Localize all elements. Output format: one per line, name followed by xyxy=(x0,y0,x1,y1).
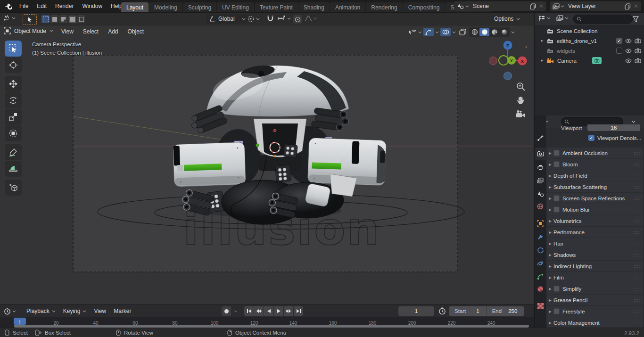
properties-tab-constraints[interactable] xyxy=(535,271,546,283)
sidebar-collapse-icon[interactable]: ‹ xyxy=(525,43,527,50)
viewport-denoising-row[interactable]: ✓ Viewport Denois... xyxy=(588,135,641,141)
viewport-menu-add[interactable]: Add xyxy=(103,25,123,38)
drag-grip-icon[interactable]: :::: xyxy=(634,287,640,291)
drag-grip-icon[interactable]: :::: xyxy=(634,219,640,223)
snap-toggle[interactable] xyxy=(267,15,274,22)
properties-options-chevron-icon[interactable] xyxy=(632,121,636,123)
tool-measure[interactable] xyxy=(5,161,22,177)
panel-motion-blur[interactable]: ►Motion Blur:::: xyxy=(547,204,643,215)
xray-toggle[interactable] xyxy=(457,28,468,36)
show-overlays-dropdown[interactable] xyxy=(440,28,456,36)
panel-shadows[interactable]: ►Shadows:::: xyxy=(547,249,643,260)
properties-tab-world[interactable] xyxy=(535,200,546,213)
drag-grip-icon[interactable]: :::: xyxy=(634,173,640,178)
viewport-menu-select[interactable]: Select xyxy=(78,25,103,38)
drag-grip-icon[interactable]: :::: xyxy=(634,207,640,212)
select-mode-set[interactable] xyxy=(41,15,50,23)
play-reverse-button[interactable] xyxy=(264,306,273,316)
workspace-tab-texture-paint[interactable]: Texture Paint xyxy=(255,2,298,12)
proportional-editing-toggle[interactable] xyxy=(293,15,302,24)
outliner-row-scene-collection[interactable]: Scene Collection xyxy=(535,26,644,36)
tool-rotate[interactable] xyxy=(5,92,22,108)
disable-render-camera-icon[interactable] xyxy=(635,58,641,63)
shading-wireframe-button[interactable] xyxy=(470,28,479,36)
shading-solid-button[interactable] xyxy=(479,28,489,36)
viewport-3d[interactable]: illusion xyxy=(0,37,534,304)
drag-grip-icon[interactable]: :::: xyxy=(634,185,640,189)
workspace-tab-uv-editing[interactable]: UV Editing xyxy=(217,2,254,12)
start-frame-field[interactable]: 1 xyxy=(476,308,479,314)
viewport-menu-view[interactable]: View xyxy=(57,25,78,38)
properties-tab-physics[interactable] xyxy=(535,257,546,270)
viewport-menu-object[interactable]: Object xyxy=(123,25,149,38)
drag-grip-icon[interactable]: :::: xyxy=(634,162,640,167)
new-view-layer-icon[interactable] xyxy=(625,3,631,9)
timeline-menu-view[interactable]: View xyxy=(90,305,110,317)
workspace-tab-rendering[interactable]: Rendering xyxy=(366,2,402,12)
timeline-menu-playback[interactable]: Playback xyxy=(23,305,59,317)
expand-icon[interactable]: ► xyxy=(540,39,544,43)
select-mode-invert[interactable] xyxy=(68,15,76,23)
workspace-tab-sculpting[interactable]: Sculpting xyxy=(183,2,216,12)
outliner-row-ediths-drone[interactable]: ► ediths_drone_v1 ✓ xyxy=(535,36,644,46)
panel-grease-pencil[interactable]: ►Grease Pencil:::: xyxy=(547,295,643,305)
hide-viewport-eye-icon[interactable] xyxy=(625,58,632,63)
panel-checkbox[interactable] xyxy=(553,150,560,156)
panel-bloom[interactable]: ►Bloom:::: xyxy=(547,159,643,170)
panel-hair[interactable]: ►Hair:::: xyxy=(547,238,643,249)
show-gizmo-dropdown[interactable] xyxy=(423,28,439,36)
expand-icon[interactable]: ► xyxy=(540,58,544,63)
use-preview-range-icon[interactable] xyxy=(438,307,446,315)
drag-grip-icon[interactable]: :::: xyxy=(634,253,640,257)
show-object-types-dropdown[interactable] xyxy=(408,29,422,35)
properties-tab-output[interactable] xyxy=(535,161,546,173)
timeline-menu-marker[interactable]: Marker xyxy=(110,305,135,317)
auto-keying-record-button[interactable] xyxy=(222,306,231,316)
drag-grip-icon[interactable]: :::: xyxy=(634,298,640,303)
hide-viewport-eye-icon[interactable] xyxy=(625,49,632,53)
menu-render[interactable]: Render xyxy=(51,0,78,12)
new-scene-icon[interactable] xyxy=(530,3,536,9)
tool-annotate[interactable] xyxy=(5,144,22,160)
scene-selector[interactable]: Scene ✕ xyxy=(454,1,546,11)
timeline-ruler[interactable]: 20 40 60 80 100 120 140 160 180 200 220 … xyxy=(0,317,534,328)
drag-grip-icon[interactable]: :::: xyxy=(634,309,640,314)
drag-grip-icon[interactable]: :::: xyxy=(634,275,640,280)
workspace-tab-compositing[interactable]: Compositing xyxy=(403,2,445,12)
tool-select-box[interactable] xyxy=(5,41,22,57)
editor-type-selector[interactable] xyxy=(3,14,16,22)
properties-tab-render[interactable] xyxy=(535,148,546,160)
view-layer-selector[interactable]: View Layer ✕ xyxy=(550,1,641,11)
panel-simplify[interactable]: ►Simplify:::: xyxy=(547,283,643,294)
properties-tab-material[interactable] xyxy=(535,283,546,295)
next-keyframe-button[interactable] xyxy=(284,306,293,316)
outliner-row-widgets[interactable]: widgets xyxy=(535,46,644,56)
menu-edit[interactable]: Edit xyxy=(33,0,51,12)
properties-tab-view-layer[interactable] xyxy=(535,174,546,187)
panel-ambient-occlusion[interactable]: ►Ambient Occlusion:::: xyxy=(547,148,643,158)
panel-volumetrics[interactable]: ►Volumetrics:::: xyxy=(547,215,643,226)
panel-color-management[interactable]: ►Color Management:::: xyxy=(547,317,643,328)
outliner-filter-icon[interactable] xyxy=(633,16,639,24)
jump-to-end-button[interactable] xyxy=(294,306,303,316)
menu-file[interactable]: File xyxy=(15,0,33,12)
playhead[interactable]: 1 xyxy=(14,318,26,325)
workspace-tab-modeling[interactable]: Modeling xyxy=(149,2,182,12)
editor-divider[interactable] xyxy=(534,12,535,328)
panel-indirect-lighting[interactable]: ►Indirect Lighting:::: xyxy=(547,261,643,271)
select-mode-subtract[interactable] xyxy=(59,15,67,23)
mode-dropdown[interactable]: Object Mode xyxy=(4,27,53,34)
tool-transform[interactable] xyxy=(5,125,22,141)
panel-checkbox[interactable] xyxy=(553,286,560,292)
panel-checkbox[interactable] xyxy=(553,161,560,167)
pivot-point-dropdown[interactable] xyxy=(247,15,260,23)
drag-grip-icon[interactable]: :::: xyxy=(634,321,640,325)
properties-tab-tool[interactable] xyxy=(535,132,546,144)
outliner-filter-type-dropdown[interactable] xyxy=(556,15,569,21)
panel-freestyle[interactable]: ►Freestyle:::: xyxy=(547,306,643,317)
options-dropdown[interactable]: Options xyxy=(494,16,520,22)
tool-cursor[interactable] xyxy=(5,57,22,73)
properties-tab-object[interactable] xyxy=(535,217,546,230)
keying-set-chevron-icon[interactable] xyxy=(234,310,238,312)
snap-target-dropdown[interactable] xyxy=(277,15,291,22)
